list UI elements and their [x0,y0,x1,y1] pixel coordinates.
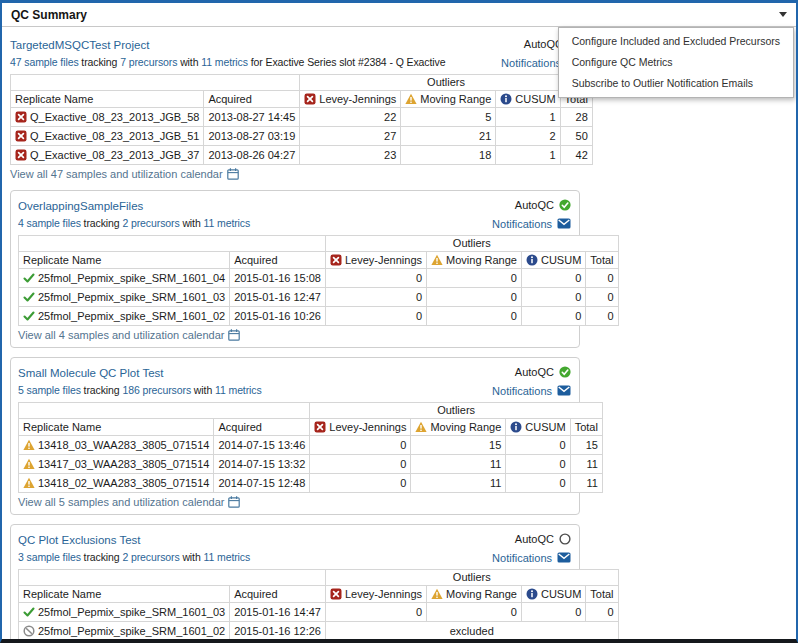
section-title-link[interactable]: QC Plot Exclusions Test [18,533,141,548]
col-label: Levey-Jennings [329,421,406,433]
moving-value: 11 [411,455,506,474]
menu-item-configure-qc-metrics[interactable]: Configure QC Metrics [559,52,793,73]
cusum-value: 0 [521,603,585,622]
panel-content: TargetedMSQCTest Project AutoQC Notifica… [2,27,796,643]
check-icon [23,272,35,284]
sample-files-link[interactable]: 4 sample files [18,217,81,229]
moving-value: 21 [401,127,496,146]
envelope-icon[interactable] [557,218,571,229]
col-label: CUSUM [541,588,581,600]
sample-files-link[interactable]: 47 sample files [10,56,79,68]
view-all-link[interactable]: View all 4 samples and utilization calen… [18,329,224,341]
col-replicate-name: Replicate Name [11,91,204,108]
col-cusum: CUSUM [521,586,585,603]
info-suffix: for Exactive Series slot #2384 - Q Exact… [248,56,446,68]
levey-value: 27 [300,127,401,146]
section-title-link[interactable]: TargetedMSQCTest Project [10,38,149,53]
notifications-row: Notifications [492,383,571,398]
section-title-link[interactable]: Small Molecule QC Plot Test [18,366,164,381]
autoqc-row: AutoQC [492,364,571,379]
section-overlappingsamplefiles: OverlappingSampleFiles AutoQC Notificati… [10,190,580,348]
acquired-cell: 2013-08-27 14:45 [204,108,300,127]
notifications-link[interactable]: Notifications [501,57,561,69]
section-title-link[interactable]: OverlappingSampleFiles [18,199,143,214]
table-row: 25fmol_Pepmix_spike_SRM_1601_03 2015-01-… [19,603,619,622]
metrics-link[interactable]: 11 metrics [203,551,250,563]
menu-item-subscribe-notifications[interactable]: Subscribe to Outlier Notification Emails [559,73,793,94]
sample-files-link[interactable]: 3 sample files [18,551,81,563]
acquired-cell: 2013-08-26 04:27 [204,146,300,165]
excluded-cell: excluded [325,622,618,641]
view-all-link[interactable]: View all 5 samples and utilization calen… [18,496,224,508]
view-all-row: View all 5 samples and utilization calen… [18,496,572,509]
total-value: 0 [586,307,618,326]
acquired-cell: 2014-07-15 13:46 [214,436,310,455]
metrics-link[interactable]: 11 metrics [201,56,248,68]
metrics-link[interactable]: 11 metrics [215,384,262,396]
warning-icon [431,588,443,600]
notifications-link[interactable]: Notifications [492,218,552,230]
total-value: 11 [570,455,602,474]
col-label: Levey-Jennings [345,254,422,266]
levey-value: 0 [325,307,426,326]
group-header-spacer [19,403,310,419]
calendar-icon[interactable] [228,329,240,341]
envelope-icon[interactable] [557,552,571,563]
moving-value: 0 [427,288,522,307]
view-all-row: View all 4 samples and utilization calen… [18,329,572,342]
table-row: 13418_02_WAA283_3805_071514 2014-07-15 1… [19,474,603,493]
precursors-link[interactable]: 7 precursors [120,56,177,68]
table-row: 25fmol_Pepmix_spike_SRM_1601_03 2015-01-… [19,288,619,307]
qc-table: Outliers Replicate Name Acquired Levey-J… [18,235,619,326]
col-acquired: Acquired [204,91,300,108]
qc-table: Outliers Replicate Name Acquired Levey-J… [18,569,619,643]
section-small-molecule-qc-plot-test: Small Molecule QC Plot Test AutoQC Notif… [10,357,580,515]
autoqc-label: AutoQC [515,533,554,545]
replicate-cell: 13418_03_WAA283_3805_071514 [19,436,214,455]
replicate-cell: Q_Exactive_08_23_2013_JGB_37 [11,146,204,165]
qc-table: Outliers Replicate Name Acquired Levey-J… [10,74,593,165]
menu-item-configure-precursors[interactable]: Configure Included and Excluded Precurso… [559,31,793,52]
col-label: Moving Range [446,588,517,600]
dropdown-caret-icon[interactable] [779,12,787,17]
sample-files-link[interactable]: 5 sample files [18,384,81,396]
info-icon [510,421,522,433]
outliers-group-header: Outliers [310,403,603,419]
col-cusum: CUSUM [521,252,585,269]
notifications-link[interactable]: Notifications [492,552,552,564]
warning-icon [415,421,427,433]
metrics-link[interactable]: 11 metrics [203,217,250,229]
notifications-link[interactable]: Notifications [492,385,552,397]
acquired-cell: 2014-07-15 13:32 [214,455,310,474]
acquired-cell: 2015-01-16 15:08 [230,269,326,288]
notifications-row: Notifications [492,216,571,231]
acquired-cell: 2013-08-27 03:19 [204,127,300,146]
outliers-group-row: Outliers [11,75,593,91]
section-info: 4 sample files tracking 2 precursors wit… [18,216,572,230]
precursors-link[interactable]: 2 precursors [122,551,179,563]
info-icon [526,588,538,600]
levey-value: 0 [325,269,426,288]
error-icon [15,111,27,123]
cusum-value: 0 [521,288,585,307]
table-row: Q_Exactive_08_23_2013_JGB_37 2013-08-26 … [11,146,593,165]
autoqc-off-icon [559,533,571,545]
envelope-icon[interactable] [557,385,571,396]
replicate-cell: 25fmol_Pepmix_spike_SRM_1601_04 [19,269,230,288]
calendar-icon[interactable] [228,496,240,508]
view-all-link[interactable]: View all 47 samples and utilization cale… [10,168,223,180]
calendar-icon[interactable] [227,168,239,180]
replicate-cell: Q_Exactive_08_23_2013_JGB_51 [11,127,204,146]
section-info: 5 sample files tracking 186 precursors w… [18,383,572,397]
error-icon [330,588,342,600]
precursors-link[interactable]: 2 precursors [122,217,179,229]
autoqc-ok-icon [559,199,571,211]
column-header-row: Replicate Name Acquired Levey-Jennings M… [19,586,619,603]
col-acquired: Acquired [214,419,310,436]
table-row: 13418_03_WAA283_3805_071514 2014-07-15 1… [19,436,603,455]
replicate-name: Q_Exactive_08_23_2013_JGB_51 [30,130,199,142]
error-icon [304,93,316,105]
cusum-value: 0 [506,436,570,455]
autoqc-ok-icon [559,366,571,378]
precursors-link[interactable]: 186 precursors [122,384,191,396]
